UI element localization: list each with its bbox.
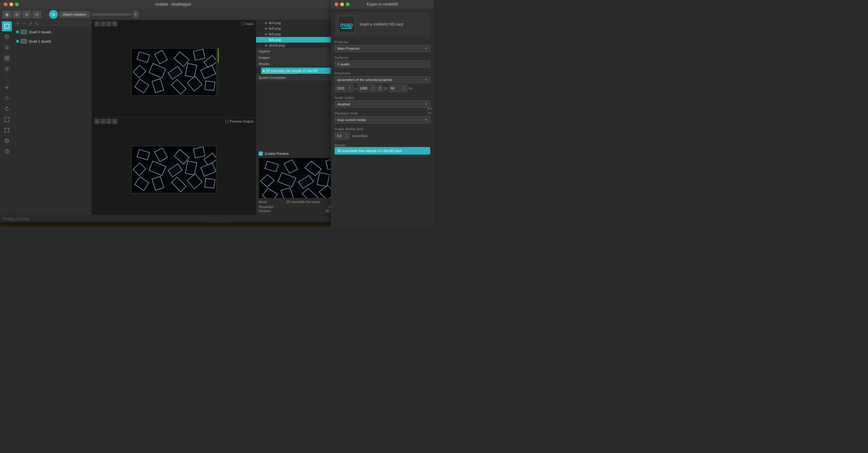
close-button[interactable] xyxy=(4,2,7,6)
at-sign: @ xyxy=(384,86,388,90)
window-title: Untitled - MadMapper xyxy=(155,2,191,6)
tool-grid[interactable] xyxy=(2,53,12,63)
input-panel-actions: + − ⤢ ⤡ xyxy=(94,21,117,26)
sidebar-separator-1 xyxy=(6,75,7,81)
collapse-input-btn[interactable]: ⤡ xyxy=(112,21,117,26)
layer-item[interactable]: Quad 1 (quad) xyxy=(14,37,92,46)
add-preview-btn[interactable]: + xyxy=(94,119,99,124)
tool-select[interactable] xyxy=(2,21,12,31)
projector-arrow: ▼ xyxy=(425,47,428,50)
export-min-traffic[interactable] xyxy=(340,2,344,6)
input-label: Input xyxy=(241,22,253,26)
export-max-traffic[interactable] xyxy=(346,2,349,6)
export-panel: Export to miniMAD map Insert a miniMAD S… xyxy=(331,0,434,227)
display-up[interactable]: ▲ xyxy=(346,133,348,136)
width-field[interactable]: 1920 ▲ ▼ xyxy=(335,85,353,92)
preview-canvas-area xyxy=(92,124,256,215)
media-arrow-9x9: ◀ xyxy=(264,38,267,41)
tool-warp[interactable] xyxy=(2,125,12,135)
isolation-value xyxy=(91,13,132,16)
display-unit: second(s) xyxy=(352,134,367,138)
collapse-icon: ◉ xyxy=(5,12,9,17)
preview-checkbox[interactable] xyxy=(225,120,228,123)
export-close-traffic[interactable] xyxy=(335,2,338,6)
remove-input-btn[interactable]: − xyxy=(100,21,105,26)
mad-logo: map xyxy=(337,15,356,34)
playback-mode-select[interactable]: loop current media ▼ xyxy=(335,116,430,123)
expand-preview-btn[interactable]: ⤢ xyxy=(106,119,111,124)
refresh-btn[interactable]: ↺ xyxy=(33,11,41,18)
resolution-arrow: ▼ xyxy=(425,78,428,81)
height-up[interactable]: ▲ xyxy=(372,86,374,88)
projector-select[interactable]: Main Projector ▼ xyxy=(335,45,430,52)
toolbar-separator xyxy=(44,11,44,18)
equal-icon: ⊜ xyxy=(25,12,29,17)
playback-mode-group: Playback mode loop current media ▼ xyxy=(335,111,430,123)
expand-input-btn[interactable]: ⤢ xyxy=(106,21,111,26)
export-title: Export to miniMAD xyxy=(367,2,398,6)
subtract-btn[interactable]: ⊖ xyxy=(12,11,21,18)
tool-add[interactable] xyxy=(2,83,12,93)
expand-layer-btn[interactable]: ⤢ xyxy=(28,21,33,26)
layer-color-indicator xyxy=(16,40,19,42)
preview-output-label: Preview Output xyxy=(225,120,253,123)
svg-rect-3 xyxy=(5,56,6,58)
preview-output-stage: + − ⤢ ⤡ Preview Output xyxy=(92,118,256,215)
tool-plugin[interactable] xyxy=(2,146,12,156)
resolution-label: Resolution: xyxy=(258,205,274,209)
resolution-select[interactable]: parameters of the selected projector ▼ xyxy=(335,76,430,83)
tool-move[interactable] xyxy=(2,93,12,103)
medias-label: Medias xyxy=(335,143,345,147)
remove-preview-btn[interactable]: − xyxy=(100,119,105,124)
export-media-item[interactable]: 3D essentials free sample VJ clip-HD.mp4 xyxy=(335,147,430,155)
width-up[interactable]: ▲ xyxy=(349,86,351,88)
svg-point-13 xyxy=(6,140,8,142)
height-down[interactable]: ▼ xyxy=(372,88,374,91)
export-traffic-lights xyxy=(335,2,349,6)
enable-preview-label: Enable Preview xyxy=(265,152,289,155)
layer-item[interactable]: Quad 2 (quad) xyxy=(14,27,92,37)
input-canvas xyxy=(131,48,216,96)
add-input-btn[interactable]: + xyxy=(94,21,99,26)
collapse-btn[interactable]: ◉ xyxy=(2,11,11,18)
tool-scale[interactable] xyxy=(2,115,12,124)
minimize-button[interactable] xyxy=(9,2,13,6)
display-time-field[interactable]: 3.0 ▲ ▼ xyxy=(335,132,350,140)
display-down[interactable]: ▼ xyxy=(346,136,348,138)
preview-panel-actions: + − ⤢ ⤡ xyxy=(94,119,117,124)
width-down[interactable]: ▼ xyxy=(349,88,351,91)
hz-up[interactable]: ▲ xyxy=(403,86,405,88)
tool-list[interactable] xyxy=(2,42,12,53)
media-arrow-16x16: ◀ xyxy=(264,43,267,47)
tool-rotate[interactable] xyxy=(2,104,12,114)
remove-layer-btn[interactable]: − xyxy=(21,21,27,26)
tool-mask[interactable] xyxy=(2,136,12,146)
enable-preview-checkbox[interactable]: ✓ xyxy=(258,151,263,156)
hz-down[interactable]: ▼ xyxy=(403,88,405,91)
add-layer-btn[interactable]: + xyxy=(15,21,21,26)
svg-point-7 xyxy=(6,68,8,70)
tool-settings[interactable] xyxy=(2,64,12,74)
insert-text: Insert a miniMAD SD-card xyxy=(360,22,403,27)
isolation-circle-btn[interactable]: ⊙ xyxy=(49,10,58,19)
hz-field[interactable]: 60 ▲ ▼ xyxy=(389,85,407,92)
layers-action-bar: + − ⤢ ⤡ xyxy=(14,20,92,27)
svg-rect-17 xyxy=(341,28,352,29)
tool-light[interactable] xyxy=(2,32,12,42)
input-checkbox[interactable] xyxy=(241,22,245,25)
equal-btn[interactable]: ⊜ xyxy=(23,11,31,18)
link-resolution-btn[interactable] xyxy=(378,85,383,92)
input-scrollbar-thumb xyxy=(218,49,219,63)
height-field[interactable]: 1080 ▲ ▼ xyxy=(358,85,376,92)
name-label: Name: xyxy=(258,200,268,205)
projector-group: Projector Main Projector ▼ xyxy=(335,40,430,52)
svg-point-9 xyxy=(8,128,9,129)
collapse-layer-btn[interactable]: ⤡ xyxy=(34,21,39,26)
audio-output-select[interactable]: disabled ▼ xyxy=(335,101,430,108)
svg-point-8 xyxy=(4,128,5,129)
maximize-button[interactable] xyxy=(15,2,19,6)
title-bar: Untitled - MadMapper xyxy=(0,0,346,9)
isolation-dropdown[interactable]: ▼ xyxy=(133,11,138,18)
collapse-preview-btn[interactable]: ⤡ xyxy=(112,119,117,124)
hz-label: Hz xyxy=(409,86,413,90)
